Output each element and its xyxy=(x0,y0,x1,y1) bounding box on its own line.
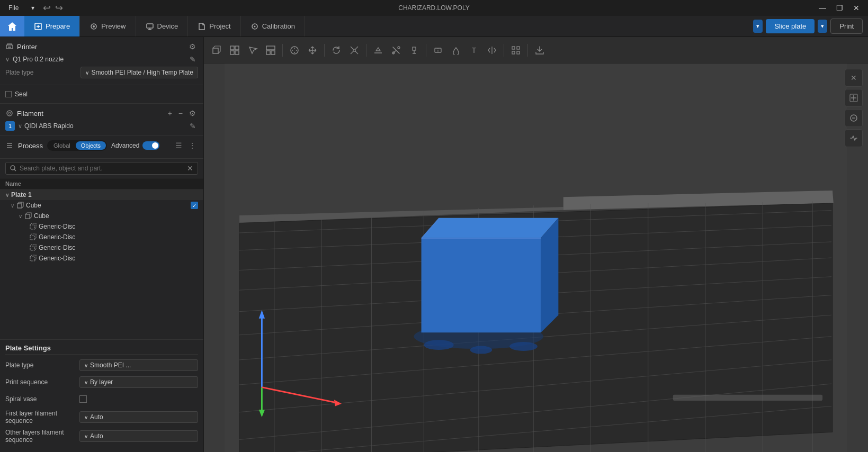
filament-add-button[interactable]: + xyxy=(166,108,174,119)
minimize-button[interactable]: — xyxy=(815,2,830,14)
tb-mirror-button[interactable] xyxy=(484,42,500,59)
tree-item-disc-2[interactable]: Generic-Disc xyxy=(0,232,203,242)
file-menu-arrow[interactable]: ▾ xyxy=(27,2,39,14)
print-dropdown-arrow[interactable]: ▾ xyxy=(818,20,827,33)
search-wrap: ✕ xyxy=(5,162,198,175)
filament-remove-button[interactable]: − xyxy=(176,108,185,119)
tb-layout-button[interactable] xyxy=(262,42,279,59)
slice-plate-button[interactable]: Slice plate xyxy=(766,19,815,33)
first-layer-dropdown[interactable]: ∨ Auto xyxy=(79,411,198,423)
tb-select-button[interactable] xyxy=(286,42,303,59)
tree-item-disc-3[interactable]: Generic-Disc xyxy=(0,242,203,253)
svg-rect-11 xyxy=(17,204,22,208)
disc4-label: Generic-Disc xyxy=(39,255,75,262)
tb-sep-3 xyxy=(366,44,366,57)
svg-rect-18 xyxy=(230,46,234,50)
svg-rect-20 xyxy=(230,51,234,55)
right-tool-4[interactable] xyxy=(845,129,863,147)
process-section: Process Global Objects Advanced ☰ ⋮ xyxy=(0,136,203,159)
other-layers-dropdown[interactable]: ∨ Auto xyxy=(79,430,198,442)
svg-rect-26 xyxy=(353,49,355,51)
tb-auto-button[interactable] xyxy=(244,42,261,59)
printer-settings-button[interactable]: ⚙ xyxy=(187,41,198,52)
slice-dropdown-arrow[interactable]: ▾ xyxy=(753,20,763,33)
tb-color-button[interactable] xyxy=(448,42,464,59)
undo-icon[interactable]: ↩ xyxy=(43,2,51,14)
process-list-button[interactable]: ☰ xyxy=(173,140,184,151)
search-clear-button[interactable]: ✕ xyxy=(187,164,193,173)
plate-settings-section: Plate Settings Plate type ∨ Smooth PEI .… xyxy=(0,340,203,452)
right-tool-2[interactable] xyxy=(845,89,863,107)
cube-obj-checkbox[interactable]: ✓ xyxy=(191,202,198,209)
svg-point-2 xyxy=(93,25,95,28)
spiral-vase-checkbox[interactable] xyxy=(79,395,87,403)
filament-item-1: 1 ∨ QIDI ABS Rapido ✎ xyxy=(5,121,198,131)
plate-type-row: Plate type ∨ Smooth PEI Plate / High Tem… xyxy=(5,67,198,78)
tb-perspective-button[interactable] xyxy=(208,42,225,59)
tab-device[interactable]: Device xyxy=(136,16,189,37)
tb-text-button[interactable]: T xyxy=(466,42,482,59)
printer-section: Printer ⚙ ∨ Q1 Pro 0.2 nozzle ✎ Plate ty… xyxy=(0,37,203,85)
tb-sep-6 xyxy=(527,44,528,57)
seal-checkbox[interactable] xyxy=(5,91,12,97)
plate-settings-title: Plate Settings xyxy=(5,344,198,355)
tb-move-button[interactable] xyxy=(304,42,321,59)
svg-rect-22 xyxy=(266,46,275,50)
tree-item-cube-mesh[interactable]: ∨ Cube xyxy=(0,211,203,221)
redo-icon[interactable]: ↪ xyxy=(55,2,63,14)
print-button[interactable]: Print xyxy=(830,19,863,34)
advanced-switch[interactable] xyxy=(142,141,159,150)
tb-cut-button[interactable] xyxy=(388,42,405,59)
3d-scene[interactable] xyxy=(204,64,868,452)
toggle-objects[interactable]: Objects xyxy=(76,141,106,150)
tab-preview[interactable]: Preview xyxy=(80,16,136,37)
tab-project[interactable]: Project xyxy=(188,16,240,37)
right-tool-3[interactable] xyxy=(845,109,863,127)
right-tool-1[interactable]: ✕ xyxy=(845,69,863,87)
tb-flatten-button[interactable] xyxy=(370,42,387,59)
tb-import-button[interactable] xyxy=(531,42,548,59)
file-menu[interactable]: File xyxy=(4,2,23,14)
plate-type-setting-dropdown[interactable]: ∨ Smooth PEI ... xyxy=(79,359,198,371)
print-sequence-dropdown[interactable]: ∨ By layer xyxy=(79,376,198,388)
tree-item-plate1[interactable]: ∨ Plate 1 xyxy=(0,189,203,200)
left-sidebar: Printer ⚙ ∨ Q1 Pro 0.2 nozzle ✎ Plate ty… xyxy=(0,37,204,452)
svg-rect-34 xyxy=(517,51,520,54)
svg-rect-16 xyxy=(30,257,34,261)
svg-marker-67 xyxy=(541,218,558,332)
home-button[interactable] xyxy=(0,16,24,37)
plate1-arrow: ∨ xyxy=(5,192,9,198)
close-button[interactable]: ✕ xyxy=(849,2,864,14)
tb-seam-button[interactable] xyxy=(429,42,446,59)
cube-obj-arrow: ∨ xyxy=(11,203,14,209)
filament-edit-button[interactable]: ✎ xyxy=(187,121,198,131)
tab-calibration[interactable]: Calibration xyxy=(241,16,305,37)
svg-rect-31 xyxy=(512,47,515,49)
printer-edit-button[interactable]: ✎ xyxy=(187,54,198,65)
plate-type-dropdown[interactable]: ∨ Smooth PEI Plate / High Temp Plate xyxy=(80,67,198,78)
other-layers-value: ∨ Auto xyxy=(79,430,198,442)
svg-marker-68 xyxy=(422,238,541,239)
tab-prepare[interactable]: Prepare xyxy=(24,16,80,37)
maximize-button[interactable]: ❐ xyxy=(832,2,847,14)
tb-support-button[interactable] xyxy=(406,42,423,59)
tree-item-cube-obj[interactable]: ∨ Cube ✓ xyxy=(0,200,203,211)
process-more-button[interactable]: ⋮ xyxy=(186,140,198,151)
disc2-label: Generic-Disc xyxy=(39,233,75,241)
search-input[interactable] xyxy=(20,165,184,172)
tb-arrange-button[interactable] xyxy=(507,42,524,59)
filament-dropdown[interactable]: ∨ QIDI ABS Rapido xyxy=(18,122,184,130)
seal-section: Seal xyxy=(0,85,203,104)
tree-item-disc-1[interactable]: Generic-Disc xyxy=(0,221,203,232)
viewport-toolbar: T xyxy=(204,37,868,64)
tree-item-disc-4[interactable]: Generic-Disc xyxy=(0,253,203,264)
tb-scale-button[interactable] xyxy=(346,42,363,59)
navigation-bar: Prepare Preview Device Project Calibrati… xyxy=(0,16,868,37)
tb-grid-button[interactable] xyxy=(226,42,243,59)
toggle-global[interactable]: Global xyxy=(48,141,76,150)
3d-viewport[interactable]: T xyxy=(204,37,868,452)
tb-rotate-button[interactable] xyxy=(328,42,345,59)
printer-model-row: ∨ Q1 Pro 0.2 nozzle ✎ xyxy=(5,52,198,67)
main-content: Printer ⚙ ∨ Q1 Pro 0.2 nozzle ✎ Plate ty… xyxy=(0,37,868,452)
filament-settings-button[interactable]: ⚙ xyxy=(187,108,198,119)
